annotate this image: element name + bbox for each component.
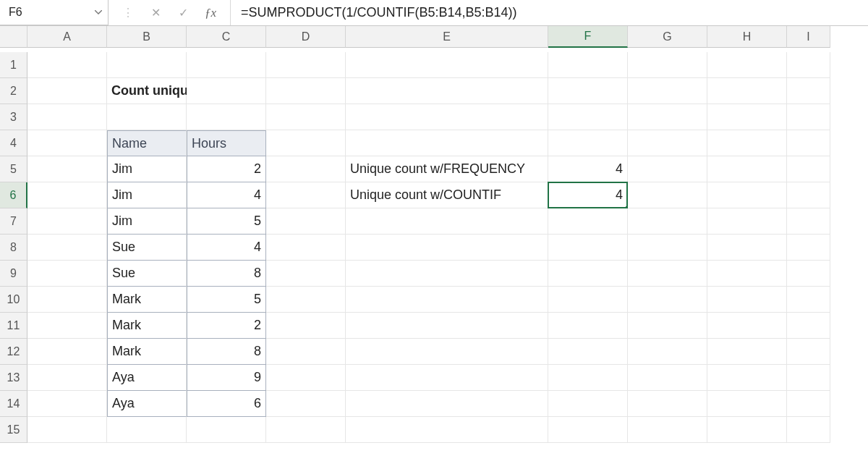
cell-B5[interactable]: Jim (107, 156, 187, 182)
cell-D9[interactable] (266, 261, 346, 287)
cell-C2[interactable] (187, 78, 266, 104)
cell-I3[interactable] (787, 104, 830, 130)
cell-D3[interactable] (266, 104, 346, 130)
cell-G3[interactable] (628, 104, 707, 130)
cell-G12[interactable] (628, 339, 707, 365)
cell-H10[interactable] (707, 287, 787, 313)
cell-D14[interactable] (266, 391, 346, 417)
cell-F11[interactable] (548, 313, 628, 339)
cell-E4[interactable] (346, 130, 548, 156)
cell-B10[interactable]: Mark (107, 287, 187, 313)
cell-A7[interactable] (27, 208, 107, 235)
cell-E14[interactable] (346, 391, 548, 417)
cell-I1[interactable] (787, 52, 830, 78)
cell-A3[interactable] (27, 104, 107, 130)
cell-B14[interactable]: Aya (107, 391, 187, 417)
cell-F5[interactable]: 4 (548, 156, 628, 182)
column-header-F[interactable]: F (548, 26, 628, 48)
cell-F12[interactable] (548, 339, 628, 365)
cell-G9[interactable] (628, 261, 707, 287)
column-header-E[interactable]: E (346, 26, 548, 48)
cell-A13[interactable] (27, 365, 107, 391)
row-header-6[interactable]: 6 (0, 182, 27, 208)
cell-C5[interactable]: 2 (187, 156, 266, 182)
cell-B9[interactable]: Sue (107, 261, 187, 287)
cell-H15[interactable] (707, 417, 787, 443)
cell-E13[interactable] (346, 365, 548, 391)
cell-I13[interactable] (787, 365, 830, 391)
row-header-14[interactable]: 14 (0, 391, 27, 417)
cell-E9[interactable] (346, 261, 548, 287)
cell-I8[interactable] (787, 235, 830, 261)
cell-H4[interactable] (707, 130, 787, 156)
cell-G11[interactable] (628, 313, 707, 339)
cell-F10[interactable] (548, 287, 628, 313)
cell-H14[interactable] (707, 391, 787, 417)
cell-H3[interactable] (707, 104, 787, 130)
cell-I4[interactable] (787, 130, 830, 156)
cell-H13[interactable] (707, 365, 787, 391)
row-header-3[interactable]: 3 (0, 104, 27, 130)
cell-D4[interactable] (266, 130, 346, 156)
cell-B4[interactable]: Name (107, 130, 187, 156)
cell-G15[interactable] (628, 417, 707, 443)
spreadsheet-grid[interactable]: ABCDEFGHI12Count unique text values34Nam… (0, 26, 868, 443)
cell-A11[interactable] (27, 313, 107, 339)
column-header-D[interactable]: D (266, 26, 346, 48)
cell-A15[interactable] (27, 417, 107, 443)
cell-H11[interactable] (707, 313, 787, 339)
cell-B8[interactable]: Sue (107, 235, 187, 261)
row-header-11[interactable]: 11 (0, 313, 27, 339)
cell-E2[interactable] (346, 78, 548, 104)
cell-C10[interactable]: 5 (187, 287, 266, 313)
cell-I14[interactable] (787, 391, 830, 417)
cell-I7[interactable] (787, 208, 830, 235)
select-all-corner[interactable] (0, 26, 27, 48)
cell-F2[interactable] (548, 78, 628, 104)
cell-B15[interactable] (107, 417, 187, 443)
cell-F7[interactable] (548, 208, 628, 235)
cell-A9[interactable] (27, 261, 107, 287)
column-header-A[interactable]: A (27, 26, 107, 48)
cell-H5[interactable] (707, 156, 787, 182)
row-header-1[interactable]: 1 (0, 52, 27, 78)
cell-I6[interactable] (787, 182, 830, 208)
chevron-down-icon[interactable] (95, 10, 102, 14)
cell-F8[interactable] (548, 235, 628, 261)
cell-C11[interactable]: 2 (187, 313, 266, 339)
cell-H7[interactable] (707, 208, 787, 235)
row-header-15[interactable]: 15 (0, 417, 27, 443)
cell-G2[interactable] (628, 78, 707, 104)
cell-C7[interactable]: 5 (187, 208, 266, 235)
cell-I5[interactable] (787, 156, 830, 182)
column-header-H[interactable]: H (707, 26, 787, 48)
row-header-12[interactable]: 12 (0, 339, 27, 365)
cell-D10[interactable] (266, 287, 346, 313)
cell-A4[interactable] (27, 130, 107, 156)
cell-H2[interactable] (707, 78, 787, 104)
cell-E10[interactable] (346, 287, 548, 313)
cell-B11[interactable]: Mark (107, 313, 187, 339)
cell-H6[interactable] (707, 182, 787, 208)
cell-E5[interactable]: Unique count w/FREQUENCY (346, 156, 548, 182)
cell-C9[interactable]: 8 (187, 261, 266, 287)
cell-E15[interactable] (346, 417, 548, 443)
cell-C14[interactable]: 6 (187, 391, 266, 417)
cell-A14[interactable] (27, 391, 107, 417)
cell-G6[interactable] (628, 182, 707, 208)
cell-D15[interactable] (266, 417, 346, 443)
cell-B1[interactable] (107, 52, 187, 78)
cell-G7[interactable] (628, 208, 707, 235)
cell-E8[interactable] (346, 235, 548, 261)
cell-A12[interactable] (27, 339, 107, 365)
cell-D7[interactable] (266, 208, 346, 235)
cell-F6[interactable]: 4 (548, 182, 628, 208)
cell-F4[interactable] (548, 130, 628, 156)
cell-D1[interactable] (266, 52, 346, 78)
row-header-4[interactable]: 4 (0, 130, 27, 156)
cell-C6[interactable]: 4 (187, 182, 266, 208)
cell-F3[interactable] (548, 104, 628, 130)
cell-A8[interactable] (27, 235, 107, 261)
column-header-C[interactable]: C (187, 26, 266, 48)
cell-G4[interactable] (628, 130, 707, 156)
